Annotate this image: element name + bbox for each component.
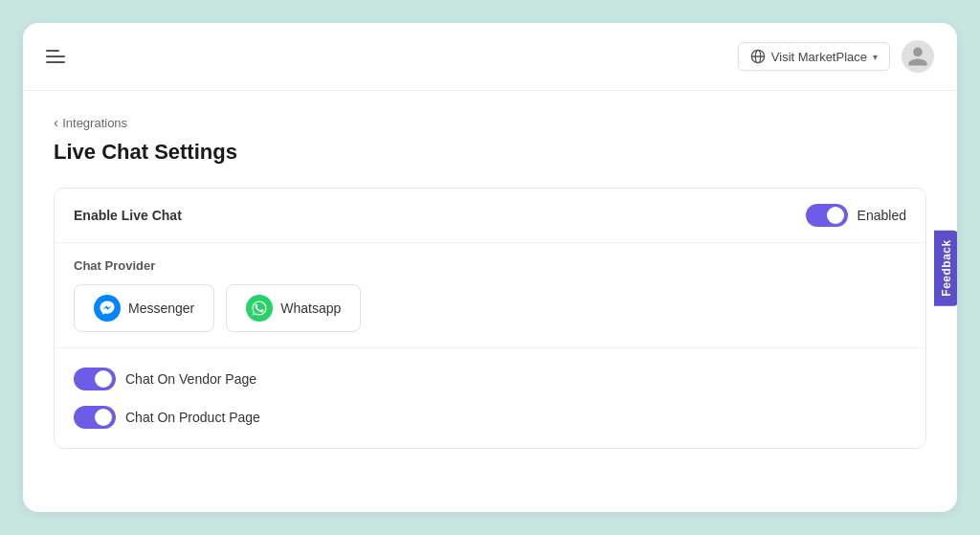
provider-card-messenger[interactable]: Messenger xyxy=(74,284,214,332)
provider-card-whatsapp[interactable]: Whatsapp xyxy=(226,284,361,332)
whatsapp-label: Whatsapp xyxy=(280,301,341,316)
settings-section: Enable Live Chat Enabled Chat Provider xyxy=(54,188,926,449)
product-page-label: Chat On Product Page xyxy=(125,410,260,425)
avatar[interactable] xyxy=(902,40,934,73)
product-page-toggle-row: Chat On Product Page xyxy=(74,398,906,436)
hamburger-menu[interactable] xyxy=(46,50,65,63)
chat-provider-label: Chat Provider xyxy=(74,258,906,273)
breadcrumb[interactable]: Integrations xyxy=(54,114,926,130)
globe-icon xyxy=(750,49,766,64)
header: Visit MarketPlace ▾ xyxy=(23,23,957,91)
vendor-page-label: Chat On Vendor Page xyxy=(125,371,256,387)
marketplace-button[interactable]: Visit MarketPlace ▾ xyxy=(738,42,890,71)
header-right: Visit MarketPlace ▾ xyxy=(738,40,934,73)
enable-live-chat-label: Enable Live Chat xyxy=(74,208,182,223)
chat-provider-section: Chat Provider Messenger xyxy=(55,243,925,348)
page-title: Live Chat Settings xyxy=(54,140,926,165)
enable-live-chat-toggle[interactable] xyxy=(806,204,848,227)
whatsapp-icon xyxy=(251,300,268,317)
user-icon xyxy=(906,45,929,68)
provider-options: Messenger Whatsapp xyxy=(74,284,906,332)
chevron-down-icon: ▾ xyxy=(873,52,878,62)
product-page-toggle[interactable] xyxy=(74,406,116,429)
toggle-rows: Chat On Vendor Page Chat On Product Page xyxy=(55,348,925,448)
whatsapp-icon-bg xyxy=(246,295,273,322)
main-card: Visit MarketPlace ▾ Integrations Live Ch… xyxy=(23,23,957,512)
messenger-icon xyxy=(99,300,116,317)
marketplace-label: Visit MarketPlace xyxy=(771,50,867,64)
content: Integrations Live Chat Settings Enable L… xyxy=(23,91,957,512)
vendor-page-toggle[interactable] xyxy=(74,368,116,390)
feedback-tab[interactable]: Feedback xyxy=(934,230,957,305)
vendor-page-toggle-row: Chat On Vendor Page xyxy=(74,360,906,398)
messenger-label: Messenger xyxy=(128,301,194,316)
enabled-status-text: Enabled xyxy=(858,208,906,223)
messenger-icon-bg xyxy=(94,295,121,322)
page-background: Visit MarketPlace ▾ Integrations Live Ch… xyxy=(0,0,980,535)
enable-live-chat-toggle-group: Enabled xyxy=(806,204,906,227)
enable-live-chat-row: Enable Live Chat Enabled xyxy=(55,189,925,243)
